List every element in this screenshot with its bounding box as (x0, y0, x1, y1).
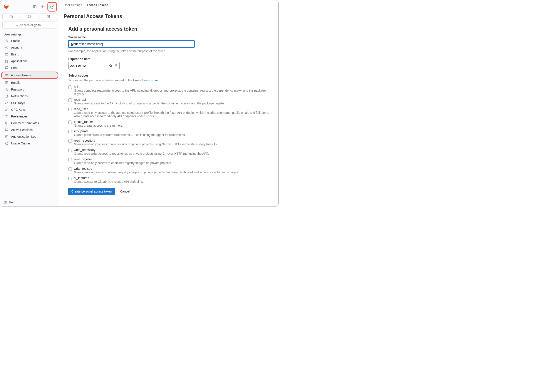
clear-icon[interactable] (109, 64, 112, 67)
svg-point-5 (51, 6, 53, 7)
scope-name: create_runner (74, 120, 269, 124)
scope-checkbox-read_api[interactable] (68, 98, 72, 102)
sidebar-item-authentication-log[interactable]: Authentication Log (1, 133, 58, 140)
sidebar-item-label: Authentication Log (11, 135, 36, 138)
sidebar-item-comment-templates[interactable]: Comment Templates (1, 120, 58, 126)
scope-checkbox-write_registry[interactable] (68, 167, 72, 171)
quota-icon (5, 142, 9, 145)
sidebar-item-label: Account (11, 46, 22, 49)
cancel-button[interactable]: Cancel (117, 188, 133, 195)
sidebar-item-label: GPG Keys (11, 108, 25, 111)
gitlab-logo-icon[interactable] (4, 4, 9, 9)
issues-shortcut-button[interactable] (2, 13, 20, 20)
scope-checkbox-ai_features[interactable] (68, 177, 72, 180)
sidebar-item-preferences[interactable]: Preferences (1, 113, 58, 120)
todos-shortcut-button[interactable] (40, 13, 57, 20)
scopes-desc-text: Scopes set the permission levels granted… (68, 79, 142, 82)
scope-checkbox-read_registry[interactable] (68, 158, 72, 161)
applications-icon (5, 59, 9, 63)
calendar-icon[interactable] (114, 64, 118, 67)
search-placeholder: Search or go to… (20, 23, 44, 27)
scopes-learn-more-link[interactable]: Learn more. (142, 79, 159, 82)
sidebar-item-chat[interactable]: Chat (1, 65, 58, 71)
help-link[interactable]: Help (0, 198, 59, 206)
scope-description: Grants read-write access to repositories… (74, 152, 269, 155)
preferences-icon (5, 115, 9, 118)
scope-checkbox-write_repository[interactable] (68, 149, 72, 152)
scope-item-read_user: read_userGrants read-only access to the … (68, 107, 269, 118)
create-token-button[interactable]: Create personal access token (68, 188, 115, 195)
svg-line-12 (18, 26, 18, 26)
svg-rect-0 (33, 6, 36, 8)
scope-checkbox-k8s_proxy[interactable] (68, 130, 72, 133)
svg-point-45 (5, 203, 6, 203)
breadcrumb-current: Access Tokens (86, 3, 108, 7)
sidebar-collapse-icon[interactable] (32, 4, 38, 10)
scope-checkbox-read_repository[interactable] (68, 139, 72, 143)
scope-description: Grants read-only access to the authentic… (74, 111, 269, 118)
content-frame: Add a personal access token Token name F… (64, 22, 274, 202)
svg-rect-33 (5, 122, 8, 124)
sidebar-item-label: Comment Templates (11, 121, 39, 125)
expiration-date-field[interactable] (68, 62, 120, 69)
merge-requests-shortcut-button[interactable] (21, 13, 38, 20)
main-content: User Settings / Access Tokens Personal A… (59, 0, 278, 206)
plus-icon[interactable] (40, 4, 46, 10)
sidebar-item-profile[interactable]: Profile (1, 38, 58, 44)
svg-point-13 (6, 40, 7, 41)
emails-icon (5, 81, 9, 84)
scope-name: read_repository (74, 139, 269, 142)
sidebar-item-access-tokens[interactable]: Access Tokens (1, 72, 58, 79)
billing-icon (5, 53, 9, 56)
svg-point-7 (28, 15, 29, 16)
sidebar-item-billing[interactable]: Billing (1, 51, 58, 58)
scope-name: read_registry (74, 158, 269, 161)
tanuki-ai-icon[interactable] (47, 2, 57, 12)
svg-rect-20 (7, 61, 8, 62)
scope-name: read_api (74, 98, 269, 101)
svg-point-11 (16, 24, 18, 26)
sidebar-item-label: SSH Keys (11, 101, 25, 105)
scope-checkbox-api[interactable] (68, 85, 72, 89)
scope-description: Grants write access to container registr… (74, 171, 269, 174)
sidebar-item-label: Access Tokens (11, 74, 31, 77)
token-name-input[interactable] (68, 40, 195, 48)
scope-description: Grants read-only access to repositories … (74, 142, 269, 146)
scope-item-api: apiGrants complete read/write access to … (68, 85, 269, 96)
comment-icon (5, 121, 9, 125)
sidebar-item-emails[interactable]: Emails (1, 79, 58, 86)
scope-name: ai_features (74, 176, 269, 180)
sidebar-item-label: Password (11, 88, 24, 91)
expiration-date-input[interactable] (70, 64, 107, 67)
search-input[interactable]: Search or go to… (2, 22, 57, 28)
sidebar-item-label: Notifications (11, 94, 28, 98)
svg-point-8 (28, 17, 29, 18)
sidebar-item-account[interactable]: Account (1, 44, 58, 51)
sidebar-item-notifications[interactable]: Notifications (1, 93, 58, 99)
sidebar-item-password[interactable]: Password (1, 86, 58, 93)
scope-description: Grants read-only access to container reg… (74, 161, 269, 165)
sidebar-item-gpg-keys[interactable]: GPG Keys (1, 106, 58, 113)
svg-point-23 (6, 75, 7, 75)
key-icon (5, 101, 9, 105)
svg-rect-26 (6, 89, 8, 91)
scopes-list: apiGrants complete read/write access to … (68, 85, 269, 183)
sidebar-item-active-sessions[interactable]: Active Sessions (1, 127, 58, 133)
token-name-label: Token name (68, 35, 269, 39)
svg-point-9 (30, 17, 31, 18)
scope-item-k8s_proxy: k8s_proxyGrants permission to perform Ku… (68, 129, 269, 137)
scope-checkbox-read_user[interactable] (68, 108, 72, 111)
sidebar-item-ssh-keys[interactable]: SSH Keys (1, 100, 58, 106)
password-icon (5, 88, 9, 91)
breadcrumb-parent[interactable]: User Settings (64, 3, 82, 7)
sidebar-item-applications[interactable]: Applications (1, 58, 58, 64)
sidebar-item-usage-quotas[interactable]: Usage Quotas (1, 140, 58, 147)
sidebar-item-label: Preferences (11, 115, 28, 118)
account-icon (5, 46, 9, 49)
scope-name: k8s_proxy (74, 129, 269, 133)
svg-point-31 (6, 116, 7, 116)
scope-checkbox-create_runner[interactable] (68, 121, 72, 124)
svg-rect-6 (10, 15, 12, 18)
search-icon (16, 23, 19, 27)
scope-item-write_registry: write_registryGrants write access to con… (68, 167, 269, 174)
